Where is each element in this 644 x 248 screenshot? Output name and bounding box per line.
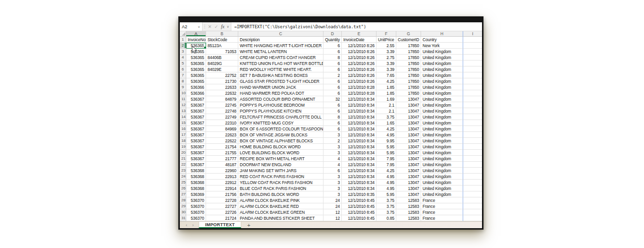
cell-H2[interactable]: New York bbox=[421, 43, 463, 49]
cell-I31[interactable] bbox=[463, 215, 482, 221]
cell-G29[interactable]: 12583 bbox=[396, 203, 421, 209]
cell-A25[interactable]: 536368 bbox=[186, 180, 206, 186]
cell-B20[interactable]: 21755 bbox=[206, 150, 238, 156]
cell-D13[interactable]: 6 bbox=[323, 108, 342, 114]
cell-G28[interactable]: 12583 bbox=[396, 197, 421, 203]
cell-F9[interactable]: 1.85 bbox=[376, 84, 396, 90]
cell-H17[interactable]: United Kingdom bbox=[421, 132, 463, 138]
cell-I7[interactable] bbox=[463, 72, 482, 78]
row-header-2[interactable]: 2 bbox=[180, 43, 186, 49]
cell-H28[interactable]: France bbox=[421, 197, 463, 203]
cell-D31[interactable]: 12 bbox=[323, 215, 342, 221]
cell-I27[interactable] bbox=[463, 191, 482, 197]
cell-H14[interactable]: United Kingdom bbox=[421, 114, 463, 120]
cell-B3[interactable]: 71053 bbox=[206, 49, 238, 55]
cell-C9[interactable]: HAND WARMER UNION JACK bbox=[238, 84, 323, 90]
cell-G22[interactable]: 13047 bbox=[396, 162, 421, 168]
cell-D24[interactable]: 3 bbox=[323, 174, 342, 180]
cell-I8[interactable] bbox=[463, 78, 482, 84]
cell-C1[interactable]: Description bbox=[238, 37, 323, 43]
cell-B9[interactable]: 22633 bbox=[206, 84, 238, 90]
row-header-17[interactable]: 17 bbox=[180, 132, 186, 138]
name-box[interactable]: A2 ∨ bbox=[180, 22, 203, 31]
cell-B29[interactable]: 22727 bbox=[206, 203, 238, 209]
cell-A29[interactable]: 536370 bbox=[186, 203, 206, 209]
row-header-29[interactable]: 29 bbox=[180, 203, 186, 209]
cell-I12[interactable] bbox=[463, 102, 482, 108]
cell-E31[interactable]: 12/1/2010 8:45 bbox=[342, 215, 376, 221]
cell-G24[interactable]: 13047 bbox=[396, 174, 421, 180]
enter-icon[interactable]: ✓ bbox=[213, 22, 219, 31]
cell-B31[interactable]: 21724 bbox=[206, 215, 238, 221]
cell-A8[interactable]: 536365 bbox=[186, 78, 206, 84]
cell-F3[interactable]: 3.39 bbox=[376, 49, 396, 55]
cell-G23[interactable]: 13047 bbox=[396, 168, 421, 174]
add-sheet-icon[interactable]: + bbox=[241, 222, 256, 228]
cell-F24[interactable]: 4.95 bbox=[376, 174, 396, 180]
cell-G16[interactable]: 13047 bbox=[396, 126, 421, 132]
cell-C23[interactable]: JAM MAKING SET WITH JARS bbox=[238, 168, 323, 174]
row-header-21[interactable]: 21 bbox=[180, 156, 186, 162]
cell-H15[interactable]: United Kingdom bbox=[421, 120, 463, 126]
cell-F18[interactable]: 9.95 bbox=[376, 138, 396, 144]
cell-A15[interactable]: 536367 bbox=[186, 120, 206, 126]
cell-D9[interactable]: 6 bbox=[323, 84, 342, 90]
cell-D11[interactable]: 32 bbox=[323, 96, 342, 102]
cell-H21[interactable]: United Kingdom bbox=[421, 156, 463, 162]
cell-A13[interactable]: 536367 bbox=[186, 108, 206, 114]
cell-F31[interactable]: 0.85 bbox=[376, 215, 396, 221]
cell-I25[interactable] bbox=[463, 180, 482, 186]
cell-C16[interactable]: BOX OF 6 ASSORTED COLOUR TEASPOONS bbox=[238, 126, 323, 132]
cell-B13[interactable]: 22748 bbox=[206, 108, 238, 114]
cell-F11[interactable]: 1.69 bbox=[376, 96, 396, 102]
cell-A30[interactable]: 536370 bbox=[186, 209, 206, 215]
cell-C26[interactable]: BLUE COAT RACK PARIS FASHION bbox=[238, 186, 323, 191]
cell-D26[interactable]: 3 bbox=[323, 186, 342, 191]
prev-sheet-icon[interactable]: ‹ bbox=[186, 223, 187, 228]
cell-B21[interactable]: 21777 bbox=[206, 156, 238, 162]
cell-A26[interactable]: 536368 bbox=[186, 186, 206, 191]
cell-D30[interactable]: 12 bbox=[323, 209, 342, 215]
cell-D17[interactable]: 3 bbox=[323, 132, 342, 138]
cell-A3[interactable]: 536365 bbox=[186, 49, 206, 55]
row-header-5[interactable]: 5 bbox=[180, 61, 186, 66]
row-header-19[interactable]: 19 bbox=[180, 144, 186, 150]
cell-D25[interactable]: 3 bbox=[323, 180, 342, 186]
cell-D15[interactable]: 6 bbox=[323, 120, 342, 126]
cell-D2[interactable]: 6 bbox=[323, 43, 342, 49]
cell-G1[interactable]: CustomerID bbox=[396, 37, 421, 43]
cell-A11[interactable]: 536367 bbox=[186, 96, 206, 102]
row-header-4[interactable]: 4 bbox=[180, 55, 186, 61]
cell-E11[interactable]: 12/1/2010 8:34 bbox=[342, 96, 376, 102]
cell-C31[interactable]: PANDA AND BUNNIES STICKER SHEET bbox=[238, 215, 323, 221]
cell-A1[interactable]: InvoiceNo bbox=[186, 37, 206, 43]
cell-I20[interactable] bbox=[463, 150, 482, 156]
cell-C22[interactable]: DOORMAT NEW ENGLAND bbox=[238, 162, 323, 168]
cell-A24[interactable]: 536368 bbox=[186, 174, 206, 180]
row-header-16[interactable]: 16 bbox=[180, 126, 186, 132]
cell-C14[interactable]: FELTCRAFT PRINCESS CHARLOTTE DOLL bbox=[238, 114, 323, 120]
cell-F22[interactable]: 7.95 bbox=[376, 162, 396, 168]
cell-F5[interactable]: 3.39 bbox=[376, 61, 396, 66]
cell-G7[interactable]: 17850 bbox=[396, 72, 421, 78]
row-header-12[interactable]: 12 bbox=[180, 102, 186, 108]
cell-I23[interactable] bbox=[463, 168, 482, 174]
cell-I28[interactable] bbox=[463, 197, 482, 203]
cell-E1[interactable]: InvoiceDate bbox=[342, 37, 376, 43]
fx-chevron-icon[interactable]: ∨ bbox=[226, 22, 230, 31]
column-header-D[interactable]: D bbox=[323, 31, 342, 37]
cell-G25[interactable]: 13047 bbox=[396, 180, 421, 186]
cell-H6[interactable]: United Kingdom bbox=[421, 66, 463, 72]
cell-A9[interactable]: 536366 bbox=[186, 84, 206, 90]
cell-F12[interactable]: 2.1 bbox=[376, 102, 396, 108]
cell-G27[interactable]: 13047 bbox=[396, 191, 421, 197]
cell-B8[interactable]: 21730 bbox=[206, 78, 238, 84]
row-header-26[interactable]: 26 bbox=[180, 186, 186, 191]
cell-A10[interactable]: 536366 bbox=[186, 90, 206, 96]
cell-D18[interactable]: 2 bbox=[323, 138, 342, 144]
next-sheet-icon[interactable]: › bbox=[192, 223, 194, 228]
cell-B4[interactable]: 84406B bbox=[206, 55, 238, 61]
cell-G15[interactable]: 13047 bbox=[396, 120, 421, 126]
cell-H9[interactable]: United Kingdom bbox=[421, 84, 463, 90]
cell-F8[interactable]: 4.25 bbox=[376, 78, 396, 84]
